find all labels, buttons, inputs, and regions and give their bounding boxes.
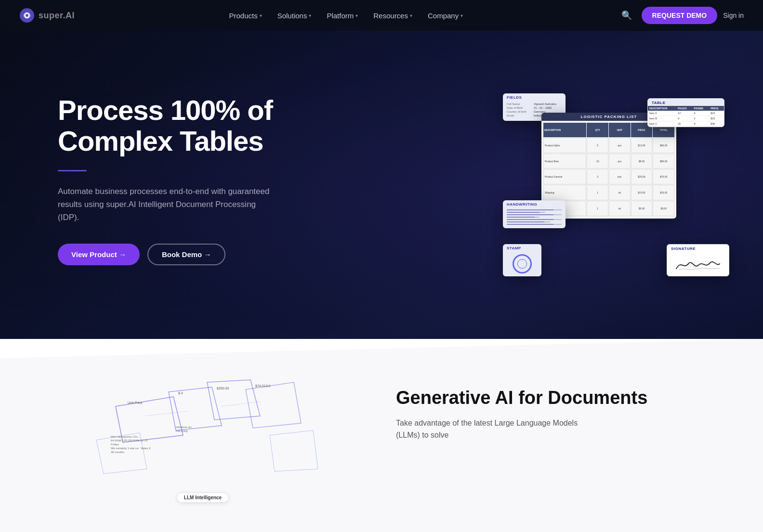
lower-visual: Unit Price $ 4 $250.00 $74,013.0 Max Ide… bbox=[39, 368, 367, 512]
cell: 10 bbox=[587, 154, 608, 169]
view-product-button[interactable]: View Product → bbox=[58, 244, 140, 265]
svg-text:64 RAM 125 GB ROM 12.75: 64 RAM 125 GB ROM 12.75 bbox=[111, 439, 148, 442]
lower-title: Generative AI for Documents bbox=[396, 387, 724, 409]
svg-line-9 bbox=[145, 411, 188, 416]
chevron-down-icon: ▾ bbox=[410, 13, 412, 18]
table-mini: DESCRIPTION PAGES FRAME PRICE Item A124$… bbox=[648, 106, 724, 127]
field-row-2: Date of Birth 21 - 01 - 1982 bbox=[507, 106, 562, 109]
cell: $8.00 bbox=[631, 154, 653, 169]
table-label: TABLE bbox=[648, 99, 724, 106]
logo-text: super.AI bbox=[39, 11, 75, 21]
svg-point-2 bbox=[26, 14, 28, 17]
signature-svg bbox=[674, 255, 722, 272]
svg-text:Inst bring: Inst bring bbox=[176, 429, 188, 432]
hw-line bbox=[507, 214, 562, 215]
hero-buttons: View Product → Book Demo → bbox=[58, 244, 318, 265]
signature-area bbox=[667, 252, 729, 276]
hw-line bbox=[507, 212, 545, 213]
cell: $15.00 bbox=[631, 185, 653, 200]
hw-line bbox=[507, 209, 562, 210]
cell: 3 bbox=[587, 169, 608, 184]
col-header-unit: UNIT bbox=[609, 123, 631, 137]
logo[interactable]: super.AI bbox=[19, 8, 75, 23]
nav-platform[interactable]: Platform ▾ bbox=[320, 8, 365, 24]
handwriting-content bbox=[503, 208, 566, 228]
request-demo-button[interactable]: REQUEST DEMO bbox=[642, 7, 718, 24]
stamp-inner bbox=[517, 259, 527, 269]
cell: lot bbox=[609, 185, 631, 200]
hw-line bbox=[507, 224, 562, 225]
signature-label: SIGNATURE bbox=[667, 245, 729, 252]
cell: pcs bbox=[609, 154, 631, 169]
hero-content: Process 100% of Complex Tables Automate … bbox=[58, 95, 318, 265]
fields-label: FIELDS bbox=[503, 93, 566, 101]
cell: $25.00 bbox=[631, 169, 653, 184]
table-card: TABLE DESCRIPTION PAGES FRAME PRICE Item… bbox=[647, 98, 724, 127]
chevron-down-icon: ▾ bbox=[309, 13, 311, 18]
svg-text:Unit Price: Unit Price bbox=[128, 401, 142, 404]
cell: $5.00 bbox=[631, 201, 653, 216]
cell: box bbox=[609, 169, 631, 184]
nav-actions: 🔍 REQUEST DEMO Sign in bbox=[618, 6, 744, 25]
svg-text:40 months: 40 months bbox=[111, 451, 124, 454]
cell: 1 bbox=[587, 201, 608, 216]
svg-text:Max Ideaspuctur Chi...: Max Ideaspuctur Chi... bbox=[111, 435, 140, 438]
hw-line bbox=[507, 221, 551, 222]
chevron-down-icon: ▾ bbox=[355, 13, 358, 18]
book-demo-button[interactable]: Book Demo → bbox=[147, 244, 226, 265]
stamp-label: STAMP bbox=[503, 244, 541, 251]
cell: Product Alpha bbox=[543, 138, 586, 153]
cell: Product Beta bbox=[543, 154, 586, 169]
col-header-qty: QTY bbox=[587, 123, 608, 137]
cell: $60.00 bbox=[653, 138, 674, 153]
cell: 5 bbox=[587, 138, 608, 153]
nav-products[interactable]: Products ▾ bbox=[222, 8, 268, 24]
cell: $5.00 bbox=[653, 201, 674, 216]
stamp-circle bbox=[513, 254, 532, 273]
cell: Product Gamma bbox=[543, 169, 586, 184]
cell: $12.00 bbox=[631, 138, 653, 153]
search-button[interactable]: 🔍 bbox=[618, 6, 636, 25]
lower-content: Generative AI for Documents Take advanta… bbox=[367, 368, 724, 441]
cell: $80.00 bbox=[653, 154, 674, 169]
hw-line bbox=[507, 217, 539, 218]
svg-text:$74,013.0: $74,013.0 bbox=[255, 384, 270, 388]
col-header-desc: DESCRIPTION bbox=[543, 123, 586, 137]
table-row: Item A124$24 bbox=[648, 111, 724, 116]
svg-line-10 bbox=[222, 402, 260, 406]
llm-badge: LLM Intelligence bbox=[177, 493, 229, 503]
lower-description: Take advantage of the latest Large Langu… bbox=[396, 417, 598, 441]
main-nav: super.AI Products ▾ Solutions ▾ Platform… bbox=[0, 0, 763, 31]
hero-divider bbox=[58, 170, 87, 171]
handwriting-label: HANDWRITING bbox=[503, 200, 566, 208]
nav-resources[interactable]: Resources ▾ bbox=[367, 8, 419, 24]
table-row: Item C206$48 bbox=[648, 121, 724, 127]
hw-line bbox=[507, 219, 562, 220]
nav-links: Products ▾ Solutions ▾ Platform ▾ Resour… bbox=[222, 8, 470, 24]
svg-text:We certainly 1 stat ca. "dates: We certainly 1 stat ca. "dates 3 bbox=[111, 447, 151, 450]
svg-marker-6 bbox=[246, 382, 301, 428]
cell: 1 bbox=[587, 185, 608, 200]
handwriting-card: HANDWRITING bbox=[503, 200, 566, 228]
cell: Shipping bbox=[543, 185, 586, 200]
signature-card: SIGNATURE bbox=[667, 244, 729, 276]
svg-text:Friday: Friday bbox=[111, 443, 119, 446]
chevron-down-icon: ▾ bbox=[460, 13, 463, 18]
cell: pcs bbox=[609, 138, 631, 153]
logo-icon bbox=[19, 8, 35, 23]
nav-company[interactable]: Company ▾ bbox=[421, 8, 470, 24]
stamp-card: STAMP bbox=[503, 244, 541, 276]
th-price: PRICE bbox=[709, 106, 724, 111]
hero-title: Process 100% of Complex Tables bbox=[58, 95, 318, 156]
nav-solutions[interactable]: Solutions ▾ bbox=[271, 8, 318, 24]
th-frame: FRAME bbox=[693, 106, 710, 111]
th-desc: DESCRIPTION bbox=[648, 106, 676, 111]
cell: $75.00 bbox=[653, 169, 674, 184]
search-icon: 🔍 bbox=[621, 11, 632, 20]
hero-description: Automate business processes end-to-end w… bbox=[58, 185, 279, 224]
svg-text:$ 4: $ 4 bbox=[178, 391, 183, 395]
field-row-1: Full Name Vignesh Kalmahu bbox=[507, 103, 562, 105]
sign-in-link[interactable]: Sign in bbox=[723, 12, 744, 19]
svg-marker-8 bbox=[270, 430, 318, 471]
cell: lot bbox=[609, 201, 631, 216]
